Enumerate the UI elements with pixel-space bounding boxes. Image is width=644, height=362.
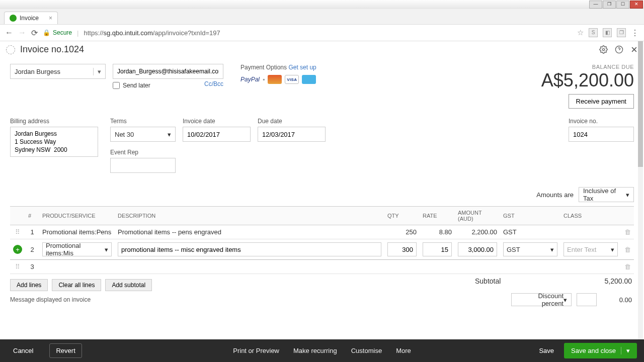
table-row[interactable]: ⠿ 1 Promotional items:Pens Promotional i…	[10, 225, 634, 239]
chevron-down-icon: ▾	[626, 191, 629, 199]
mastercard-icon	[268, 75, 282, 84]
col-qty: QTY	[384, 207, 420, 225]
chevron-down-icon: ▾	[168, 131, 171, 138]
message-label: Message displayed on invoice	[10, 296, 152, 303]
tab-close-icon[interactable]: ×	[49, 15, 52, 22]
more-link[interactable]: More	[396, 347, 411, 354]
col-product: PRODUCT/SERVICE	[39, 207, 115, 225]
delete-row-icon[interactable]: 🗑	[621, 260, 634, 274]
amounts-are-select[interactable]: Inclusive of Tax▾	[579, 187, 634, 202]
gst-select[interactable]: GST▾	[503, 242, 557, 256]
drag-handle-icon[interactable]: ⠿	[10, 260, 25, 274]
due-date-input[interactable]	[258, 127, 326, 142]
billing-address-input[interactable]	[10, 127, 98, 157]
receive-payment-button[interactable]: Receive payment	[569, 94, 634, 109]
invoice-no-label: Invoice no.	[569, 118, 634, 125]
event-rep-input[interactable]	[110, 158, 176, 173]
app-surface: Invoice no.1024 Jordan Burgess ▾	[0, 41, 644, 362]
qty-input[interactable]	[387, 242, 417, 256]
send-later-checkbox[interactable]: Send later	[113, 82, 150, 89]
invoice-no-input[interactable]	[569, 127, 634, 142]
description-input[interactable]	[118, 242, 381, 256]
payment-setup-link[interactable]: Get set up	[288, 64, 316, 71]
amount-input[interactable]	[458, 242, 497, 256]
tab-title: Invoice	[20, 15, 39, 22]
revert-button[interactable]: Revert	[49, 343, 82, 358]
table-row[interactable]: + 2 Promotional items:Mis▾ GST▾ Enter Te…	[10, 239, 634, 260]
save-button[interactable]: Save	[539, 347, 554, 354]
extension-icon-3[interactable]: ❐	[617, 28, 626, 37]
bookmark-icon[interactable]: ☆	[577, 28, 584, 37]
secure-indicator: 🔒 Secure	[43, 29, 72, 36]
col-amount: AMOUNT (AUD)	[455, 207, 500, 225]
chevron-down-icon[interactable]: ▾	[621, 347, 630, 354]
browser-menu-icon[interactable]: ⋮	[631, 28, 639, 38]
payment-options-label: Payment Options	[240, 64, 287, 71]
invoice-date-label: Invoice date	[183, 118, 251, 125]
url-field[interactable]: https://sg.qbo.intuit.com/app/invoice?tx…	[84, 29, 572, 37]
discount-percent-input[interactable]	[577, 293, 597, 306]
window-maximize-button[interactable]: ☐	[616, 1, 629, 9]
table-row[interactable]: ⠿ 3 🗑	[10, 260, 634, 274]
paypal-icon: PayPal	[240, 76, 260, 83]
add-lines-button[interactable]: Add lines	[10, 279, 48, 291]
send-later-label: Send later	[123, 82, 150, 89]
discount-amount: 0.00	[602, 296, 632, 304]
chevron-down-icon: ▾	[611, 246, 614, 253]
drag-handle-icon[interactable]: ⠿	[10, 225, 25, 239]
close-icon[interactable]	[630, 46, 638, 53]
app-header: Invoice no.1024	[0, 41, 644, 58]
product-select[interactable]: Promotional items:Mis▾	[42, 242, 112, 256]
terms-select[interactable]: Net 30▾	[110, 127, 176, 142]
customise-link[interactable]: Customise	[351, 347, 382, 354]
chevron-down-icon: ▾	[105, 246, 108, 253]
discount-select[interactable]: Discount percent▾	[511, 293, 572, 306]
save-and-close-button[interactable]: Save and close ▾	[564, 343, 637, 358]
browser-tabs-strip: Invoice ×	[0, 9, 644, 24]
browser-tab[interactable]: Invoice ×	[4, 12, 58, 24]
extension-icon-1[interactable]: S	[589, 28, 598, 37]
invoice-date-input[interactable]	[183, 127, 251, 142]
svg-point-0	[602, 48, 604, 50]
col-num: #	[25, 207, 39, 225]
send-later-checkbox-input[interactable]	[113, 82, 120, 89]
clear-all-lines-button[interactable]: Clear all lines	[52, 279, 101, 291]
back-button[interactable]: ←	[5, 28, 13, 37]
window-restore-button[interactable]: ❐	[603, 1, 616, 9]
customer-select[interactable]: Jordan Burgess ▾	[10, 64, 106, 79]
ccbcc-link[interactable]: Cc/Bcc	[204, 80, 223, 87]
balance-due-amount: A$5,200.00	[541, 70, 634, 91]
billing-address-label: Billing address	[10, 118, 98, 125]
col-description: DESCRIPTION	[115, 207, 384, 225]
extension-icon-2[interactable]: ◧	[603, 28, 612, 37]
forward-button: →	[18, 28, 26, 37]
balance-due-label: BALANCE DUE	[541, 64, 634, 70]
rate-input[interactable]	[423, 242, 452, 256]
chevron-down-icon: ▾	[550, 246, 554, 253]
browser-address-bar: ← → ⟳ 🔒 Secure | https://sg.qbo.intuit.c…	[0, 24, 644, 41]
class-select[interactable]: Enter Text▾	[564, 242, 618, 256]
subtotal-value: 5,200.00	[605, 277, 632, 285]
make-recurring-link[interactable]: Make recurring	[293, 347, 337, 354]
delete-row-icon[interactable]: 🗑	[621, 225, 634, 239]
amex-icon	[302, 75, 316, 84]
scrollbar[interactable]	[638, 41, 643, 339]
content-scroll[interactable]: Jordan Burgess ▾ Send later Cc/Bcc Payme…	[0, 58, 644, 333]
reload-button[interactable]: ⟳	[31, 28, 38, 38]
delete-row-icon[interactable]: 🗑	[621, 239, 634, 260]
terms-label: Terms	[110, 118, 176, 125]
col-class: CLASS	[560, 207, 621, 225]
print-preview-link[interactable]: Print or Preview	[233, 347, 279, 354]
scrollbar-thumb[interactable]	[638, 41, 643, 167]
secure-label: Secure	[53, 29, 72, 36]
page-title: Invoice no.1024	[20, 44, 84, 55]
customer-email-input[interactable]	[113, 64, 223, 79]
window-close-button[interactable]: ✕	[630, 1, 643, 9]
help-icon[interactable]	[615, 45, 623, 54]
add-row-icon[interactable]: +	[10, 239, 25, 260]
add-subtotal-button[interactable]: Add subtotal	[105, 279, 152, 291]
history-icon[interactable]	[6, 45, 15, 54]
window-minimize-button[interactable]: —	[589, 1, 602, 9]
cancel-button[interactable]: Cancel	[7, 344, 39, 357]
gear-icon[interactable]	[599, 45, 608, 54]
